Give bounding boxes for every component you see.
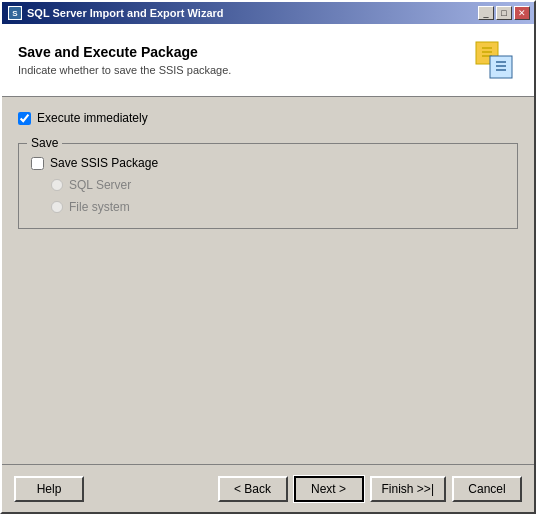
svg-rect-8 xyxy=(492,58,510,76)
title-bar-left: S SQL Server Import and Export Wizard xyxy=(8,6,224,20)
footer-left: Help xyxy=(14,476,84,502)
file-system-radio[interactable] xyxy=(51,201,63,213)
save-ssis-label[interactable]: Save SSIS Package xyxy=(50,156,158,170)
execute-immediately-row: Execute immediately xyxy=(18,111,518,125)
footer: Help < Back Next > Finish >>| Cancel xyxy=(2,464,534,512)
sql-server-radio[interactable] xyxy=(51,179,63,191)
next-button[interactable]: Next > xyxy=(294,476,364,502)
finish-button[interactable]: Finish >>| xyxy=(370,476,446,502)
minimize-button[interactable]: _ xyxy=(478,6,494,20)
sql-server-row: SQL Server xyxy=(31,178,505,192)
save-ssis-row: Save SSIS Package xyxy=(31,156,505,170)
save-group-legend: Save xyxy=(27,136,62,150)
sql-server-label: SQL Server xyxy=(69,178,131,192)
file-system-label: File system xyxy=(69,200,130,214)
window-icon: S xyxy=(8,6,22,20)
svg-text:S: S xyxy=(12,9,18,18)
save-group-box: Save Save SSIS Package SQL Server xyxy=(18,143,518,229)
back-button[interactable]: < Back xyxy=(218,476,288,502)
main-window: S SQL Server Import and Export Wizard _ … xyxy=(0,0,536,514)
execute-immediately-checkbox[interactable] xyxy=(18,112,31,125)
page-subtitle: Indicate whether to save the SSIS packag… xyxy=(18,64,470,76)
cancel-button[interactable]: Cancel xyxy=(452,476,522,502)
header-icon xyxy=(470,36,518,84)
file-system-row: File system xyxy=(31,200,505,214)
header-panel: Save and Execute Package Indicate whethe… xyxy=(2,24,534,97)
header-text: Save and Execute Package Indicate whethe… xyxy=(18,44,470,76)
execute-immediately-label[interactable]: Execute immediately xyxy=(37,111,148,125)
save-ssis-checkbox[interactable] xyxy=(31,157,44,170)
title-bar-buttons: _ □ ✕ xyxy=(478,6,530,20)
footer-right: < Back Next > Finish >>| Cancel xyxy=(218,476,522,502)
maximize-button[interactable]: □ xyxy=(496,6,512,20)
help-button[interactable]: Help xyxy=(14,476,84,502)
close-button[interactable]: ✕ xyxy=(514,6,530,20)
title-bar: S SQL Server Import and Export Wizard _ … xyxy=(2,2,534,24)
window-title: SQL Server Import and Export Wizard xyxy=(27,7,224,19)
content-area: Save and Execute Package Indicate whethe… xyxy=(2,24,534,512)
main-content: Execute immediately Save Save SSIS Packa… xyxy=(2,97,534,464)
page-title: Save and Execute Package xyxy=(18,44,470,60)
save-group-content: Save SSIS Package SQL Server File system xyxy=(31,156,505,214)
